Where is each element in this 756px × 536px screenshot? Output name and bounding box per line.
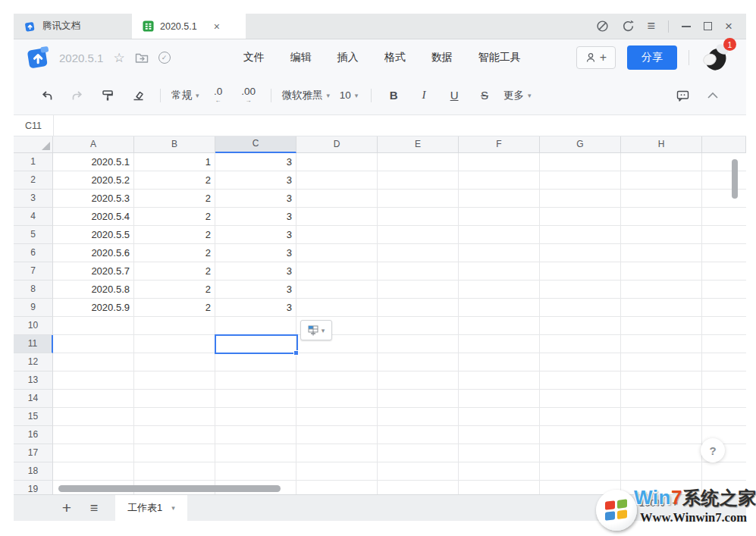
cell-B10[interactable] <box>134 317 215 335</box>
cell-G2[interactable] <box>540 171 621 190</box>
cell-F7[interactable] <box>459 262 540 281</box>
share-button[interactable]: 分享 <box>627 45 677 70</box>
format-painter-button[interactable] <box>96 83 119 108</box>
close-button[interactable]: × <box>725 20 732 33</box>
cell-E6[interactable] <box>378 244 459 262</box>
cell-B2[interactable]: 2 <box>134 171 215 190</box>
cell-C1[interactable]: 3 <box>215 153 296 171</box>
cell-B8[interactable]: 2 <box>134 281 215 299</box>
cell-B6[interactable]: 2 <box>134 244 215 262</box>
cell-D8[interactable] <box>296 281 378 299</box>
cell-H2[interactable] <box>621 171 702 190</box>
cell-A13[interactable] <box>53 371 134 390</box>
cell-F3[interactable] <box>459 190 540 208</box>
cell-E17[interactable] <box>378 444 459 462</box>
cell-B1[interactable]: 1 <box>134 153 215 171</box>
cell-E10[interactable] <box>378 317 459 335</box>
cell-E12[interactable] <box>378 353 459 371</box>
row-header-18[interactable]: 18 <box>14 462 53 481</box>
cell-D2[interactable] <box>296 171 378 190</box>
add-collaborator-button[interactable]: + <box>576 46 616 69</box>
decrease-decimal-button[interactable]: .0 ← <box>207 83 230 108</box>
cell-C13[interactable] <box>215 371 296 390</box>
menu-item-2[interactable]: 插入 <box>337 51 359 64</box>
cell-E1[interactable] <box>378 153 459 171</box>
tab-close-icon[interactable]: × <box>214 20 220 33</box>
cell-C4[interactable]: 3 <box>215 208 296 226</box>
cell-B11[interactable] <box>134 335 215 353</box>
cell-E9[interactable] <box>378 299 459 317</box>
cell-G10[interactable] <box>540 317 621 335</box>
cell-E4[interactable] <box>378 208 459 226</box>
cell-G16[interactable] <box>540 426 621 444</box>
column-header-D[interactable]: D <box>296 136 378 153</box>
redo-button[interactable] <box>66 83 89 108</box>
cell-H13[interactable] <box>621 371 702 390</box>
row-header-19[interactable]: 19 <box>14 481 53 494</box>
cell-D4[interactable] <box>296 208 378 226</box>
star-icon[interactable]: ☆ <box>113 50 124 66</box>
row-header-4[interactable]: 4 <box>14 208 53 226</box>
cell-A2[interactable]: 2020.5.2 <box>53 171 134 190</box>
cell-D17[interactable] <box>296 444 378 462</box>
block-icon[interactable] <box>596 20 609 33</box>
cell-B3[interactable]: 2 <box>134 190 215 208</box>
menu-item-0[interactable]: 文件 <box>243 51 265 64</box>
cell-G7[interactable] <box>540 262 621 281</box>
row-header-7[interactable]: 7 <box>14 262 53 281</box>
cell-E19[interactable] <box>378 481 459 494</box>
column-header-E[interactable]: E <box>378 136 459 153</box>
cell-C3[interactable]: 3 <box>215 190 296 208</box>
cell-C9[interactable]: 3 <box>215 299 296 317</box>
cell-G6[interactable] <box>540 244 621 262</box>
cell-E2[interactable] <box>378 171 459 190</box>
cell-D9[interactable] <box>296 299 378 317</box>
cell-A17[interactable] <box>53 444 134 462</box>
cell-A8[interactable]: 2020.5.8 <box>53 281 134 299</box>
cell-E18[interactable] <box>378 462 459 481</box>
tencent-docs-logo[interactable] <box>26 45 52 71</box>
fill-handle[interactable] <box>293 350 299 356</box>
cell-E13[interactable] <box>378 371 459 390</box>
increase-decimal-button[interactable]: .00 → <box>237 83 260 108</box>
formula-input[interactable] <box>54 115 746 136</box>
cell-F16[interactable] <box>459 426 540 444</box>
cell-F6[interactable] <box>459 244 540 262</box>
cell-A10[interactable] <box>53 317 134 335</box>
cell-D14[interactable] <box>296 390 378 408</box>
font-size-dropdown[interactable]: 10 ▾ <box>337 83 360 108</box>
cell-F19[interactable] <box>459 481 540 494</box>
cell-H10[interactable] <box>621 317 702 335</box>
clear-format-button[interactable] <box>127 83 149 108</box>
bold-button[interactable]: B <box>382 83 405 108</box>
row-header-8[interactable]: 8 <box>14 281 53 299</box>
cell-C8[interactable]: 3 <box>215 281 296 299</box>
cell-H15[interactable] <box>621 408 702 426</box>
cell-H8[interactable] <box>621 281 702 299</box>
row-header-5[interactable]: 5 <box>14 226 53 244</box>
cell-F4[interactable] <box>459 208 540 226</box>
cell-D3[interactable] <box>296 190 378 208</box>
font-family-dropdown[interactable]: 微软雅黑 ▾ <box>282 83 331 108</box>
cell-G4[interactable] <box>540 208 621 226</box>
more-formats-dropdown[interactable]: 更多 ▾ <box>503 83 532 108</box>
cell-F9[interactable] <box>459 299 540 317</box>
cell-B17[interactable] <box>134 444 215 462</box>
paste-options-button[interactable]: ▾ <box>300 320 332 340</box>
cell-F18[interactable] <box>459 462 540 481</box>
refresh-icon[interactable] <box>622 20 635 33</box>
menu-item-3[interactable]: 格式 <box>384 51 406 64</box>
cell-B12[interactable] <box>134 353 215 371</box>
cell-H9[interactable] <box>621 299 702 317</box>
row-header-9[interactable]: 9 <box>14 299 53 317</box>
cell-F10[interactable] <box>459 317 540 335</box>
cell-H4[interactable] <box>621 208 702 226</box>
cell-G1[interactable] <box>540 153 621 171</box>
cell-E7[interactable] <box>378 262 459 281</box>
cell-G18[interactable] <box>540 462 621 481</box>
tab-home[interactable]: 腾讯文档 <box>14 14 127 39</box>
cell-A1[interactable]: 2020.5.1 <box>53 153 134 171</box>
cell-D1[interactable] <box>296 153 378 171</box>
cell-H12[interactable] <box>621 353 702 371</box>
column-header-B[interactable]: B <box>134 136 215 153</box>
